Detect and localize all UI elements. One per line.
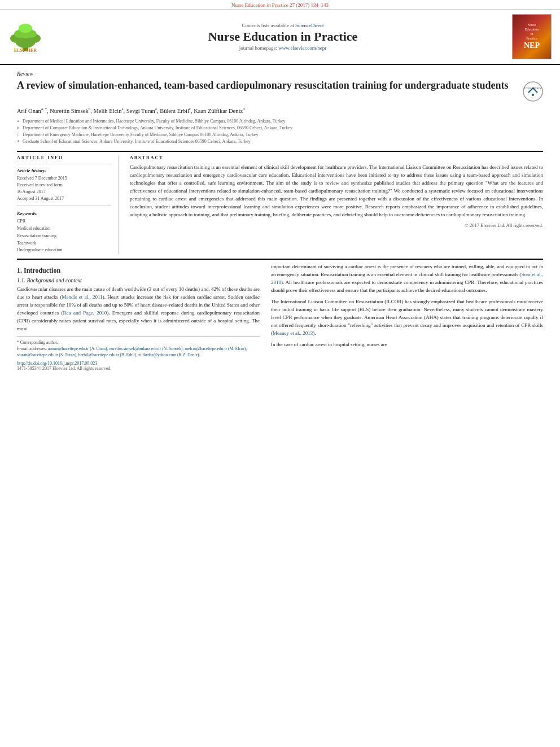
divider-history: [17, 164, 111, 164]
affiliations: aDepartment of Medical Education and Inf…: [17, 118, 543, 145]
journal-reference-bar: Nurse Education in Practice 27 (2017) 13…: [0, 0, 560, 10]
contents-line: Contents lists available at ScienceDirec…: [242, 23, 324, 28]
email-footnote: E-mail addresses: aonan@hacettepe.edu.tr…: [17, 346, 260, 359]
soar-link[interactable]: Soar et al., 2010: [271, 272, 543, 285]
divider-after-affiliations: [17, 151, 543, 152]
keyword-teamwork: Teamwork: [17, 240, 111, 247]
body-right-column: important determinant of surviving a car…: [271, 263, 543, 370]
issn-line: 1471-5953/© 2017 Elsevier Ltd. All right…: [17, 366, 260, 371]
journal-cover-abbr: NEP: [524, 41, 540, 50]
svg-point-11: [532, 94, 534, 96]
authors-line: Arif Onana, *, Nurettin Simsekb, Melih E…: [17, 106, 543, 116]
history-revised-date: 16 August 2017: [17, 189, 111, 195]
main-content: Review A review of simulation-enhanced, …: [0, 65, 560, 371]
article-info-heading: ARTICLE INFO: [17, 155, 111, 160]
body-section: 1. Introduction 1.1. Background and cont…: [17, 263, 543, 370]
intro-left-paragraph: Cardiovascular diseases are the main cau…: [17, 286, 260, 333]
mendis-link[interactable]: Mendis et al., 2011: [62, 294, 102, 300]
journal-cover-thumbnail: NurseEducationinPractice NEP: [512, 14, 552, 59]
journal-cover-text: NurseEducationinPractice: [525, 23, 539, 41]
doi-line: http://dx.doi.org/10.1016/j.nepr.2017.08…: [17, 361, 260, 366]
keyword-undergraduate: Undergraduate education: [17, 247, 111, 254]
article-title: A review of simulation-enhanced, team-ba…: [17, 79, 517, 92]
intro-right-paragraph2: The International Liaison Committee on R…: [271, 298, 543, 338]
affil-a: Department of Medical Education and Info…: [23, 118, 286, 125]
abstract-column: ABSTRACT Cardiopulmonary resuscitation t…: [130, 155, 543, 254]
keyword-medical-education: Medical education: [17, 225, 111, 233]
article-type-label: Review: [17, 71, 543, 77]
footnote-area: * Corresponding author. E-mail addresses…: [17, 337, 260, 371]
intro-right-paragraph1: important determinant of surviving a car…: [271, 263, 543, 295]
abstract-heading: ABSTRACT: [130, 155, 543, 160]
section-1-title: 1. Introduction: [17, 267, 260, 275]
corresponding-label: * Corresponding author.: [17, 339, 260, 346]
copyright-line: © 2017 Elsevier Ltd. All rights reserved…: [130, 222, 543, 228]
article-info-column: ARTICLE INFO Article history: Received 7…: [17, 155, 119, 254]
svg-point-9: [523, 82, 542, 101]
science-direct-link[interactable]: ScienceDirect: [295, 23, 323, 28]
divider-keywords: [17, 206, 111, 206]
keyword-resuscitation: Resuscitation training: [17, 233, 111, 240]
journal-header: ELSEVIER Contents lists available at Sci…: [0, 10, 560, 65]
subsection-1-1-title: 1.1. Background and context: [17, 277, 260, 283]
meaney-link[interactable]: Meaney et al., 2013: [273, 330, 313, 336]
affil-c: Department of Emergency Medicine, Hacett…: [23, 132, 259, 138]
journal-title: Nurse Education in Practice: [208, 29, 358, 44]
homepage-line: journal homepage: www.elsevier.com/nepr: [239, 45, 326, 51]
rea-link[interactable]: Rea and Page, 2010: [63, 310, 107, 316]
journal-cover-area: NurseEducationinPractice NEP: [509, 14, 554, 59]
crossmark-icon: CrossMark: [523, 81, 543, 102]
history-revised-label: Received in revised form: [17, 182, 111, 189]
article-title-row: A review of simulation-enhanced, team-ba…: [17, 79, 543, 102]
affil-d: Graduate School of Educational Sciences,…: [23, 138, 251, 145]
keyword-cpr: CPR: [17, 218, 111, 225]
svg-text:ELSEVIER: ELSEVIER: [14, 48, 37, 53]
divider-after-abstract: [17, 259, 543, 260]
article-info-abstract-section: ARTICLE INFO Article history: Received 7…: [17, 155, 543, 254]
affil-b: Department of Computer Education & Instr…: [23, 125, 292, 132]
keywords-label: Keywords:: [17, 211, 111, 216]
elsevier-tree-logo: ELSEVIER: [6, 21, 45, 53]
abstract-text: Cardiopulmonary resuscitation training i…: [130, 164, 543, 219]
history-accepted: Accepted 31 August 2017: [17, 195, 111, 202]
journal-title-area: Contents lists available at ScienceDirec…: [62, 14, 504, 59]
svg-point-7: [19, 24, 32, 33]
elsevier-logo-area: ELSEVIER: [6, 14, 56, 59]
homepage-link[interactable]: www.elsevier.com/nepr: [278, 45, 326, 51]
history-received: Received 7 December 2015: [17, 175, 111, 182]
history-label: Article history:: [17, 168, 111, 173]
intro-right-paragraph3: In the case of cardiac arrest in hospita…: [271, 341, 543, 349]
body-left-column: 1. Introduction 1.1. Background and cont…: [17, 263, 260, 370]
journal-reference: Nurse Education in Practice 27 (2017) 13…: [231, 2, 329, 8]
email-link[interactable]: aonan@hacettepe.edu.tr (A. Onan), nurett…: [17, 346, 247, 357]
